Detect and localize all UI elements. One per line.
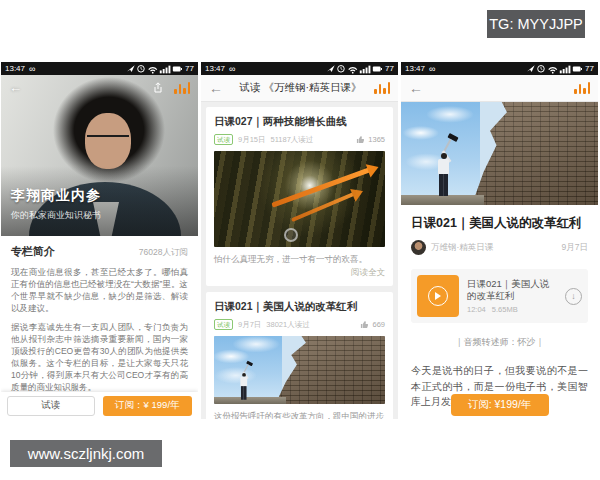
page: TG: MYYJJPP 13:47 ∞ bbox=[0, 0, 600, 480]
article-read-count: 51187人读过 bbox=[271, 135, 314, 145]
status-battery-percent: 77 bbox=[185, 64, 194, 73]
audio-duration: 12:04 bbox=[467, 305, 486, 314]
status-icons bbox=[126, 64, 182, 74]
trial-read-button[interactable]: 试读 bbox=[7, 396, 95, 416]
brick-wall-graphic bbox=[468, 102, 598, 205]
thumb-up-icon bbox=[356, 135, 365, 144]
watermark-url: www.sczljnkj.com bbox=[10, 440, 162, 467]
back-icon[interactable]: ← bbox=[409, 81, 427, 95]
phone-screenshot-article-detail: 13:47 ∞ bbox=[401, 62, 598, 419]
article-summary: 怕什么真理无穷，进一寸有一寸的欢喜。 bbox=[214, 253, 385, 265]
brick-wall-graphic bbox=[272, 336, 385, 404]
read-full-link[interactable]: 阅读全文 bbox=[214, 267, 385, 279]
article-card[interactable]: 日课027｜两种技能增长曲线 试读 9月15日 51187人读过 1365 bbox=[206, 107, 393, 286]
article-image-forest bbox=[214, 151, 385, 247]
nav-header: ← bbox=[401, 75, 598, 102]
column-title: 李翔商业内参 bbox=[11, 187, 101, 205]
status-icons bbox=[326, 64, 382, 74]
page-title: 试读 《万维钢·精英日课》 bbox=[227, 81, 374, 95]
bottom-action-bar: 试读 订阅：¥ 199/年 bbox=[1, 392, 198, 419]
author-avatar bbox=[411, 240, 426, 255]
trial-tag: 试读 bbox=[214, 319, 233, 330]
intro-paragraph: 据说李嘉诚先生有一支四人团队，专门负责为他从报刊杂志中筛选摘录重要新闻，国内一家… bbox=[11, 321, 188, 392]
headset-icon: ∞ bbox=[29, 65, 35, 73]
subscribe-button[interactable]: 订阅: ¥199/年 bbox=[451, 394, 549, 416]
article-card[interactable]: 日课021｜美国人说的改革红利 试读 9月7日 38021人读过 669 bbox=[206, 292, 393, 419]
author-row: 万维钢·精英日课 9月7日 bbox=[401, 232, 598, 255]
hammer-man-figure bbox=[431, 143, 461, 198]
status-time: 13:47 bbox=[5, 64, 25, 73]
like-count: 1365 bbox=[368, 135, 385, 144]
phone-screenshot-column: 13:47 ∞ bbox=[1, 62, 198, 419]
nav-header: ← 试读 《万维钢·精英日课》 bbox=[201, 75, 398, 102]
back-icon[interactable]: ← bbox=[209, 81, 227, 95]
status-time: 13:47 bbox=[405, 64, 425, 73]
narrator-credit: ｜音频转述师：怀沙｜ bbox=[401, 336, 598, 349]
status-battery-percent: 77 bbox=[385, 64, 394, 73]
stats-histogram-icon[interactable] bbox=[374, 82, 390, 94]
hammer-man-figure bbox=[236, 367, 255, 401]
screenshot-strip: 13:47 ∞ bbox=[1, 62, 598, 419]
like-counter[interactable]: 1365 bbox=[356, 135, 385, 144]
column-intro-section: 专栏简介 76028人订阅 现在商业信息很多，甚至已经太多了。哪怕真正有价值的信… bbox=[1, 236, 198, 392]
thumb-up-icon bbox=[360, 320, 369, 329]
status-time: 13:47 bbox=[205, 64, 225, 73]
audio-player-card: 日课021｜美国人说的改革红利 12:04 5.65MB ↓ bbox=[411, 269, 588, 323]
lens-dot-graphic bbox=[284, 228, 298, 242]
audio-file-size: 5.65MB bbox=[492, 305, 518, 314]
phone-screenshot-article-list: 13:47 ∞ bbox=[201, 62, 398, 419]
trial-tag: 试读 bbox=[214, 134, 233, 145]
status-bar: 13:47 ∞ bbox=[1, 62, 198, 75]
tg-contact-badge: TG: MYYJJPP bbox=[487, 10, 585, 38]
article-title: 日课021｜美国人说的改革红利 bbox=[214, 300, 385, 314]
section-title: 专栏简介 bbox=[11, 244, 55, 259]
column-cover-photo: ← 李翔商业内参 你的私家商业知识秘书 bbox=[1, 75, 198, 236]
article-title: 日课027｜两种技能增长曲线 bbox=[214, 115, 385, 129]
article-date: 9月7日 bbox=[238, 320, 261, 330]
headset-icon: ∞ bbox=[229, 65, 235, 73]
subscriber-count: 76028人订阅 bbox=[139, 247, 188, 259]
article-image-brick-wall bbox=[214, 336, 385, 404]
headset-icon: ∞ bbox=[429, 65, 435, 73]
audio-play-button[interactable] bbox=[417, 275, 459, 317]
status-bar: 13:47 ∞ bbox=[201, 62, 398, 75]
portrait-face bbox=[85, 113, 131, 169]
publish-date: 9月7日 bbox=[562, 242, 588, 254]
article-date: 9月15日 bbox=[238, 135, 266, 145]
like-counter[interactable]: 669 bbox=[360, 320, 385, 329]
stats-histogram-icon[interactable] bbox=[574, 82, 590, 94]
subscribe-button[interactable]: 订阅：¥ 199/年 bbox=[103, 396, 192, 416]
audio-title: 日课021｜美国人说的改革红利 bbox=[467, 278, 557, 302]
article-summary: 这份报告呼吁的有些改革方向，跟中国的进步人士呼吁的方向，正好相反。 bbox=[214, 410, 385, 419]
intro-paragraph: 现在商业信息很多，甚至已经太多了。哪怕真正有价值的信息也已经被埋没在“大数据”里… bbox=[11, 266, 188, 314]
play-icon bbox=[428, 286, 448, 306]
article-hero-image bbox=[401, 102, 598, 205]
status-bar: 13:47 ∞ bbox=[401, 62, 598, 75]
article-list: 日课027｜两种技能增长曲线 试读 9月15日 51187人读过 1365 bbox=[201, 102, 398, 419]
share-icon[interactable] bbox=[152, 82, 164, 94]
portrait-glasses bbox=[87, 135, 129, 137]
author-name: 万维钢·精英日课 bbox=[431, 242, 493, 254]
article-title: 日课021｜美国人说的改革红利 bbox=[401, 205, 598, 232]
like-count: 669 bbox=[372, 320, 385, 329]
column-subtitle: 你的私家商业知识秘书 bbox=[11, 209, 101, 222]
status-icons bbox=[526, 64, 582, 74]
download-icon[interactable]: ↓ bbox=[565, 288, 582, 305]
back-icon[interactable]: ← bbox=[9, 80, 22, 95]
article-read-count: 38021人读过 bbox=[266, 320, 309, 330]
status-battery-percent: 77 bbox=[585, 64, 594, 73]
stats-histogram-icon[interactable] bbox=[174, 82, 190, 94]
